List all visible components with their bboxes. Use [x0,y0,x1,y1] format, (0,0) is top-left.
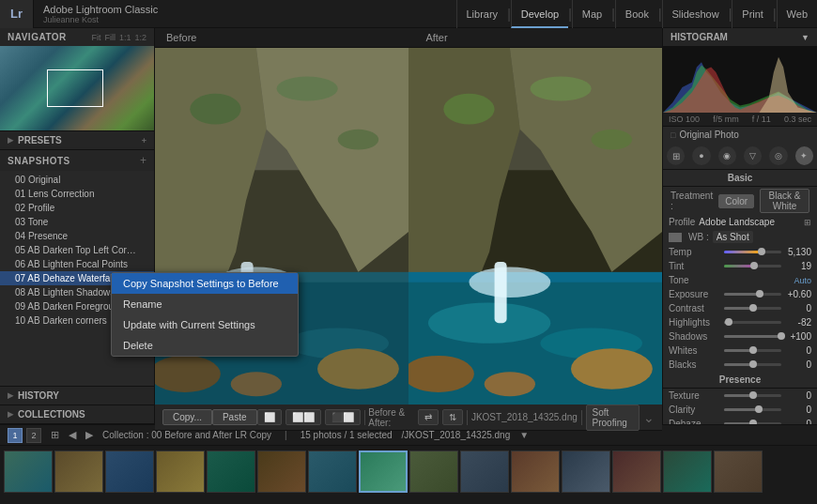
path-expand-icon[interactable]: ▼ [519,430,529,440]
snapshot-item-2[interactable]: 02 Profile [0,201,154,215]
profile-grid-icon[interactable]: ⊞ [804,218,811,227]
whites-thumb[interactable] [749,346,757,354]
exposure-thumb[interactable] [756,290,763,298]
history-section[interactable]: ▶ History [0,387,154,405]
nav-map[interactable]: Map [572,0,611,28]
film-thumb-6[interactable] [308,451,357,493]
soft-proofing-btn[interactable]: Soft Proofing [586,405,640,431]
film-thumb-12[interactable] [612,451,661,493]
snapshots-add-icon[interactable]: + [140,154,146,167]
exposure-slider[interactable] [724,293,781,296]
film-thumb-0[interactable] [4,451,53,493]
film-thumb-3[interactable] [156,451,205,493]
snapshot-item-4[interactable]: 04 Presence [0,229,154,243]
bw-btn[interactable]: Black & White [760,189,809,213]
ctx-menu-item-2[interactable]: Update with Current Settings [112,314,298,335]
fill-btn[interactable]: Fill [104,33,116,42]
clarity-slider[interactable] [724,408,781,411]
auto-btn[interactable]: Auto [794,276,811,285]
texture-thumb[interactable] [749,391,757,399]
film-thumb-10[interactable] [511,451,560,493]
temp-thumb[interactable] [758,248,765,255]
highlights-slider[interactable] [724,321,781,324]
presets-add-icon[interactable]: + [142,136,146,145]
sync-btn[interactable]: ⇅ [442,409,463,425]
radial-tool-btn[interactable]: ◎ [769,146,787,165]
shadows-slider[interactable] [724,335,781,338]
treatment-label: Treatment : [671,191,713,211]
arrow-left-icon[interactable]: ◀ [69,429,76,441]
treatment-row: Treatment : Color Black & White [663,187,817,215]
copy-button[interactable]: Copy... [162,409,212,425]
blacks-thumb[interactable] [749,360,757,368]
film-thumb-13[interactable] [663,451,712,493]
snapshot-item-5[interactable]: 05 AB Darken Top Left Corner [0,243,154,257]
film-thumb-5[interactable] [257,451,306,493]
nav-book[interactable]: Book [615,0,658,28]
ctx-menu-item-1[interactable]: Rename [112,294,298,314]
nav-print[interactable]: Print [732,0,773,28]
brush-tool-btn[interactable]: ✦ [795,146,813,165]
color-btn[interactable]: Color [718,194,754,208]
histogram-header[interactable]: Histogram ▼ [663,28,817,47]
page-2-btn[interactable]: 2 [26,428,41,443]
film-thumb-1[interactable] [54,451,103,493]
paste-button[interactable]: Paste [212,409,257,425]
film-thumb-2[interactable] [105,451,154,493]
tint-slider[interactable] [724,265,781,267]
film-thumb-8[interactable] [409,451,458,493]
grad-tool-btn[interactable]: ▽ [744,146,762,165]
shadows-thumb[interactable] [778,332,785,340]
nav-slideshow[interactable]: Slideshow [662,0,729,28]
snapshot-item-3[interactable]: 03 Tone [0,215,154,229]
texture-slider[interactable] [724,394,781,397]
film-thumb-9[interactable] [460,451,509,493]
contrast-slider[interactable] [724,307,781,310]
blacks-slider[interactable] [724,363,781,366]
film-thumb-11[interactable] [562,451,610,493]
svg-point-32 [485,372,535,396]
navigator-header[interactable]: Navigator Fit Fill 1:1 1:2 [0,28,154,46]
grid-icon[interactable]: ⊞ [51,429,59,441]
collections-section[interactable]: ▶ Collections [0,405,154,424]
temp-slider[interactable] [724,251,781,253]
clarity-thumb[interactable] [755,405,763,413]
page-1-btn[interactable]: 1 [8,428,23,443]
crop-tool-btn[interactable]: ⊞ [667,146,685,165]
presets-section[interactable]: ▶ Presets + [0,131,154,150]
nav-web[interactable]: Web [777,0,817,28]
fit-btn[interactable]: Fit [91,33,100,42]
highlights-thumb[interactable] [725,318,732,326]
wb-val[interactable]: As Shot [713,231,753,243]
dehaze-slider[interactable] [724,422,781,424]
expand-icon[interactable]: ⌄ [643,410,655,425]
filename-text: JKOST_2018_14325.dng [471,412,578,422]
film-thumb-14[interactable] [714,451,763,493]
contrast-thumb[interactable] [749,304,757,312]
snapshots-header[interactable]: Snapshots + [0,150,154,171]
tint-thumb[interactable] [750,262,758,269]
original-photo-label: Original Photo [679,130,738,140]
swap-btn[interactable]: ⇄ [418,409,439,425]
after-photo-panel[interactable] [408,48,662,405]
film-thumb-7[interactable] [359,451,408,493]
app-info: Adobe Lightroom Classic Julieanne Kost [34,4,167,24]
1to2-btn[interactable]: 1:2 [134,33,146,42]
view-single-btn[interactable]: ⬜ [257,409,282,425]
redeye-tool-btn[interactable]: ◉ [718,146,736,165]
snapshot-item-6[interactable]: 06 AB Lighten Focal Points [0,257,154,271]
arrow-right-icon[interactable]: ▶ [85,429,93,441]
1to1-btn[interactable]: 1:1 [119,33,131,42]
nav-develop[interactable]: Develop [511,0,568,28]
ctx-menu-item-0[interactable]: Copy Snapshot Settings to Before [112,273,298,294]
snapshot-item-1[interactable]: 01 Lens Correction [0,187,154,201]
view-split-h-btn[interactable]: ⬜⬜ [285,409,321,425]
snapshot-item-0[interactable]: 00 Original [0,173,154,187]
film-thumb-4[interactable] [207,451,255,493]
view-split-v-btn[interactable]: ⬛⬜ [325,409,361,425]
nav-library[interactable]: Library [456,0,508,28]
ctx-menu-item-3[interactable]: Delete [112,335,298,356]
spot-tool-btn[interactable]: ● [692,146,710,165]
dehaze-thumb[interactable] [749,420,757,424]
whites-slider[interactable] [724,349,781,352]
